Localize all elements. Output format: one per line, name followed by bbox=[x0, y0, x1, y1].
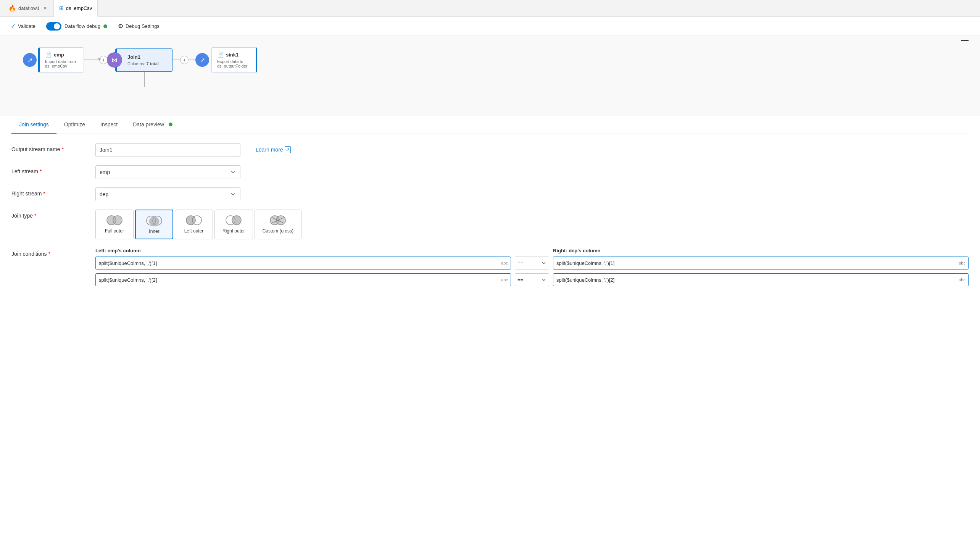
join-type-inner[interactable]: Inner bbox=[135, 210, 173, 239]
tab-dataflow1-close[interactable]: ✕ bbox=[42, 5, 48, 12]
add-node-btn-2[interactable]: + bbox=[180, 56, 188, 64]
join1-node[interactable]: Join1 Columns: 7 total bbox=[115, 48, 173, 72]
debug-label: Data flow debug bbox=[65, 23, 100, 29]
external-link-icon: ↗ bbox=[285, 146, 291, 153]
join-type-left-outer[interactable]: Left outer bbox=[175, 210, 213, 239]
sink1-wrapper: ↗ 📄 sink1 Export data to ds_outputFolder bbox=[204, 47, 257, 73]
learn-more-link[interactable]: Learn more ↗ bbox=[256, 143, 291, 153]
join-type-right-outer[interactable]: Right outer bbox=[215, 210, 253, 239]
tab-data-preview[interactable]: Data preview bbox=[125, 116, 180, 133]
operator-select-1[interactable]: == != bbox=[515, 257, 549, 270]
canvas-area: ↗ 📄 emp Import data from ds_empCsv ▶ + bbox=[0, 36, 980, 116]
validate-label: Validate bbox=[18, 23, 35, 29]
operator-select-2[interactable]: == != bbox=[515, 273, 549, 286]
data-preview-dot bbox=[169, 123, 173, 127]
tab-data-preview-label: Data preview bbox=[133, 122, 164, 127]
emp-node-subtitle: Import data from ds_empCsv bbox=[45, 59, 78, 68]
left-stream-select[interactable]: emp dep bbox=[95, 165, 240, 179]
arrow-2a bbox=[173, 60, 180, 60]
left-condition-input-1[interactable] bbox=[95, 257, 511, 270]
inner-label: Inner bbox=[149, 229, 159, 234]
output-stream-label: Output stream name * bbox=[12, 143, 88, 152]
emp-source-icon: ↗ bbox=[23, 53, 37, 67]
check-icon: ✓ bbox=[11, 23, 16, 30]
condition-row-1: abc == != abc bbox=[95, 257, 968, 270]
right-stream-label: Right stream * bbox=[12, 187, 88, 197]
tab-dataflow1[interactable]: 🔥 dataflow1 ✕ bbox=[3, 0, 54, 17]
join-conditions-content: Left: emp's column Right: dep's column a… bbox=[95, 248, 968, 290]
tab-dataflow1-label: dataflow1 bbox=[18, 5, 40, 11]
join-conditions-label: Join conditions * bbox=[12, 248, 88, 257]
join-type-custom-cross[interactable]: Custom (cross) bbox=[255, 210, 301, 239]
svg-point-7 bbox=[232, 216, 241, 225]
toolbar: ✓ Validate Data flow debug ⚙ Debug Setti… bbox=[0, 17, 980, 36]
inner-icon bbox=[145, 215, 164, 227]
emp-node-title: 📄 emp bbox=[45, 52, 78, 58]
join-type-full-outer[interactable]: Full outer bbox=[95, 210, 133, 239]
debug-settings-button[interactable]: ⚙ Debug Settings bbox=[115, 21, 163, 31]
tab-inspect[interactable]: Inspect bbox=[93, 116, 125, 133]
join-conditions-required: * bbox=[48, 251, 50, 257]
right-stream-row: Right stream * emp dep bbox=[12, 187, 968, 201]
condition-row-2: abc == != abc bbox=[95, 273, 968, 286]
left-condition-input-2[interactable] bbox=[95, 273, 511, 286]
conditions-headers: Left: emp's column Right: dep's column bbox=[95, 248, 968, 253]
sink1-node[interactable]: 📄 sink1 Export data to ds_outputFolder bbox=[211, 47, 257, 73]
join-type-options: Full outer Inner bbox=[95, 210, 301, 239]
tab-join-settings[interactable]: Join settings bbox=[12, 116, 57, 133]
custom-cross-label: Custom (cross) bbox=[263, 228, 293, 233]
full-outer-icon bbox=[105, 215, 124, 226]
right-condition-input-2[interactable] bbox=[553, 273, 968, 286]
join1-icon: ⋈ bbox=[107, 52, 122, 68]
tab-inspect-label: Inspect bbox=[100, 122, 118, 127]
table-icon: ⊞ bbox=[59, 5, 64, 11]
tab-ds-empcSv[interactable]: ⊞ ds_empCsv bbox=[54, 0, 98, 17]
left-stream-required: * bbox=[40, 168, 42, 175]
tab-join-settings-label: Join settings bbox=[19, 122, 49, 127]
minimize-button[interactable] bbox=[961, 40, 968, 41]
join-conditions-row: Join conditions * Left: emp's column Rig… bbox=[12, 248, 968, 290]
output-stream-input[interactable] bbox=[95, 143, 240, 157]
emp-node[interactable]: 📄 emp Import data from ds_empCsv bbox=[38, 47, 84, 73]
validate-button[interactable]: ✓ Validate bbox=[8, 21, 38, 31]
tab-ds-empcSv-label: ds_empCsv bbox=[66, 5, 92, 11]
right-outer-label: Right outer bbox=[223, 228, 245, 233]
sink1-doc-icon: 📄 bbox=[217, 52, 224, 58]
form-section: Output stream name * Learn more ↗ Left s… bbox=[12, 134, 968, 308]
output-stream-required: * bbox=[62, 146, 64, 152]
join1-wrapper: ⋈ Join1 Columns: 7 total bbox=[115, 48, 173, 72]
debug-settings-icon: ⚙ bbox=[118, 23, 123, 30]
dataflow-icon: 🔥 bbox=[8, 5, 16, 12]
operator-header bbox=[515, 248, 549, 253]
debug-toggle-group: Data flow debug bbox=[46, 22, 107, 30]
flow-container: ↗ 📄 emp Import data from ds_empCsv ▶ + bbox=[30, 47, 972, 73]
output-stream-row: Output stream name * Learn more ↗ bbox=[12, 143, 968, 157]
svg-point-1 bbox=[113, 216, 122, 225]
join-type-label: Join type * bbox=[12, 210, 88, 219]
settings-tabs: Join settings Optimize Inspect Data prev… bbox=[12, 116, 968, 134]
left-outer-icon bbox=[184, 215, 203, 226]
join1-title: Join1 bbox=[128, 54, 165, 60]
right-outer-icon bbox=[224, 215, 243, 226]
right-stream-select[interactable]: emp dep bbox=[95, 187, 240, 201]
custom-cross-icon bbox=[268, 215, 287, 226]
tab-bar: 🔥 dataflow1 ✕ ⊞ ds_empCsv bbox=[0, 0, 980, 17]
arrow-1: ▶ bbox=[84, 60, 99, 60]
left-stream-label: Left stream * bbox=[12, 165, 88, 175]
tab-optimize[interactable]: Optimize bbox=[57, 116, 93, 133]
right-col-header: Right: dep's column bbox=[553, 248, 968, 253]
right-condition-input-1[interactable] bbox=[553, 257, 968, 270]
emp-doc-icon: 📄 bbox=[45, 52, 52, 58]
debug-status-dot bbox=[103, 25, 107, 28]
debug-settings-label: Debug Settings bbox=[126, 23, 160, 29]
debug-toggle[interactable] bbox=[46, 22, 62, 30]
full-outer-label: Full outer bbox=[105, 228, 124, 233]
join-type-required: * bbox=[34, 213, 36, 219]
left-col-header: Left: emp's column bbox=[95, 248, 511, 253]
sink1-icon: ↗ bbox=[195, 53, 209, 67]
right-stream-required: * bbox=[43, 190, 45, 197]
right-condition-2: abc bbox=[553, 273, 968, 286]
left-condition-1: abc bbox=[95, 257, 511, 270]
tab-optimize-label: Optimize bbox=[64, 122, 85, 127]
join1-columns: Columns: 7 total bbox=[128, 62, 165, 66]
